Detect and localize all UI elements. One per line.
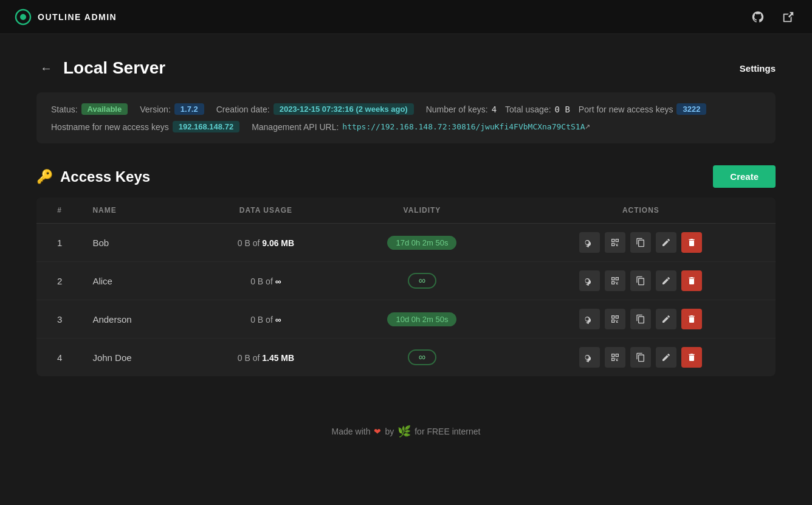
edit-icon	[661, 314, 671, 324]
copy-button[interactable]	[630, 270, 651, 291]
delete-button[interactable]	[681, 309, 702, 329]
port-label: Port for new access keys	[579, 105, 673, 114]
num-keys-value: 4	[492, 105, 497, 114]
delete-icon	[687, 314, 697, 324]
server-info-row-2: Hostname for new access keys 192.168.148…	[51, 121, 761, 132]
qr-icon	[610, 314, 620, 324]
key-access-button[interactable]	[579, 347, 600, 368]
qr-code-button[interactable]	[605, 232, 625, 253]
page-header: ← Local Server Settings	[36, 58, 776, 78]
copy-button[interactable]	[630, 347, 651, 368]
hostname-label: Hostname for new access keys	[51, 122, 169, 132]
key-icon	[585, 276, 594, 286]
row-actions	[506, 300, 776, 338]
validity-infinite-badge: ∞	[408, 349, 436, 365]
copy-icon	[636, 276, 645, 286]
access-keys-header: 🔑 Access Keys Create	[36, 165, 776, 188]
key-access-button[interactable]	[579, 232, 600, 253]
footer: Made with ❤ by 🌿 for FREE internet	[0, 425, 812, 456]
settings-button[interactable]: Settings	[740, 63, 776, 74]
key-access-button[interactable]	[579, 270, 600, 291]
copy-icon	[636, 352, 645, 362]
create-button[interactable]: Create	[713, 165, 776, 188]
col-header-name: NAME	[83, 198, 193, 224]
access-keys-label: Access Keys	[60, 168, 150, 185]
delete-button[interactable]	[681, 270, 702, 291]
qr-code-button[interactable]	[605, 270, 625, 291]
back-button[interactable]: ←	[36, 60, 56, 77]
row-id: 1	[36, 224, 83, 262]
brand: OUTLINE ADMIN	[15, 9, 117, 26]
row-actions	[506, 262, 776, 300]
app-title: OUTLINE ADMIN	[38, 12, 117, 22]
key-access-button[interactable]	[579, 309, 600, 329]
qr-code-button[interactable]	[605, 347, 625, 368]
copy-icon	[636, 238, 645, 247]
github-button[interactable]	[749, 8, 767, 26]
edit-button[interactable]	[656, 232, 676, 253]
actions-cell	[516, 270, 766, 291]
qr-icon	[610, 238, 620, 247]
actions-cell	[516, 347, 766, 368]
server-info-card: Status: Available Version: 1.7.2 Creatio…	[36, 92, 776, 143]
row-data-usage: 0 B of 1.45 MB	[194, 338, 339, 377]
validity-timed-badge: 17d 0h 2m 50s	[387, 236, 456, 250]
delete-button[interactable]	[681, 347, 702, 368]
page-title: Local Server	[63, 58, 165, 78]
table-row: 4John Doe0 B of 1.45 MB∞	[36, 338, 776, 377]
qr-icon	[610, 352, 620, 362]
qr-code-button[interactable]	[605, 309, 625, 329]
key-icon	[585, 352, 594, 362]
total-usage-value: 0 B	[555, 105, 570, 114]
actions-cell	[516, 232, 766, 253]
server-info-row-1: Status: Available Version: 1.7.2 Creatio…	[51, 103, 761, 115]
api-url-link[interactable]: https://192.168.148.72:30816/jwuKfi4FVbM…	[342, 122, 585, 131]
status-badge: Available	[81, 103, 128, 115]
external-link-button[interactable]	[779, 8, 797, 26]
row-id: 3	[36, 300, 83, 338]
row-data-usage: 0 B of ∞	[194, 300, 339, 338]
row-validity: 17d 0h 2m 50s	[338, 224, 506, 262]
version-label: Version:	[140, 105, 171, 114]
outline-logo	[15, 9, 32, 26]
row-name: John Doe	[83, 338, 193, 377]
delete-button[interactable]	[681, 232, 702, 253]
validity-infinite-badge: ∞	[408, 273, 436, 289]
col-header-actions: ACTIONS	[506, 198, 776, 224]
row-validity: ∞	[338, 262, 506, 300]
page-header-left: ← Local Server	[36, 58, 165, 78]
table-body: 1Bob0 B of 9.06 MB17d 0h 2m 50s	[36, 224, 776, 377]
col-header-validity: VALIDITY	[338, 198, 506, 224]
row-data-usage: 0 B of ∞	[194, 262, 339, 300]
key-emoji-icon: 🔑	[36, 169, 53, 185]
version-badge: 1.7.2	[174, 103, 204, 115]
row-name: Bob	[83, 224, 193, 262]
footer-logo-icon: 🌿	[397, 425, 411, 438]
github-icon	[751, 10, 765, 24]
total-usage-label: Total usage:	[505, 105, 551, 114]
row-actions	[506, 338, 776, 377]
port-value: 3222	[676, 103, 706, 115]
delete-icon	[687, 352, 697, 362]
row-actions	[506, 224, 776, 262]
edit-button[interactable]	[656, 309, 676, 329]
status-label: Status:	[51, 105, 78, 114]
table-row: 2Alice0 B of ∞∞	[36, 262, 776, 300]
copy-button[interactable]	[630, 309, 651, 329]
row-id: 2	[36, 262, 83, 300]
access-keys-title: 🔑 Access Keys	[36, 168, 150, 185]
row-name: Alice	[83, 262, 193, 300]
creation-date-label: Creation date:	[216, 105, 270, 114]
edit-button[interactable]	[656, 270, 676, 291]
edit-button[interactable]	[656, 347, 676, 368]
hostname-value: 192.168.148.72	[173, 121, 239, 132]
api-label: Management API URL:	[252, 122, 339, 132]
copy-button[interactable]	[630, 232, 651, 253]
api-external-icon: ↗	[585, 123, 590, 131]
key-icon	[585, 238, 594, 247]
footer-by: by	[385, 427, 394, 436]
row-name: Anderson	[83, 300, 193, 338]
table-header-row: # NAME DATA USAGE VALIDITY ACTIONS	[36, 198, 776, 224]
header: OUTLINE ADMIN	[0, 0, 812, 34]
main-content: ← Local Server Settings Status: Availabl…	[0, 34, 812, 376]
